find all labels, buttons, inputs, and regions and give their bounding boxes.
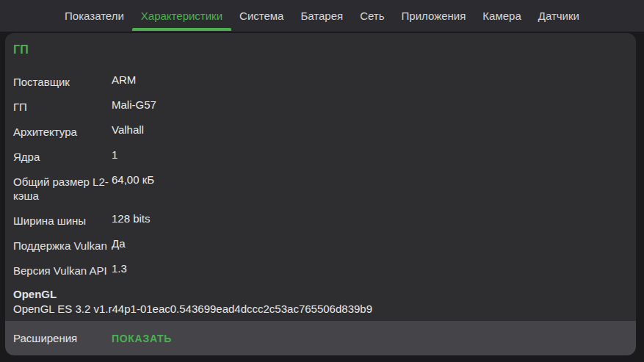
section-title-gpu: ГП [13, 43, 624, 57]
extensions-label: Расширения [13, 332, 112, 344]
spec-row-vulkan-api: Версия Vulkan API 1.3 [13, 258, 624, 283]
spec-value: Да [112, 236, 126, 250]
spec-row-vendor: Поставщик ARM [13, 69, 624, 94]
spec-row-architecture: Архитектура Valhall [13, 119, 624, 144]
tab-characteristics[interactable]: Характеристики [141, 0, 222, 32]
tab-sensors[interactable]: Датчики [538, 0, 579, 32]
spec-label: Ширина шины [13, 214, 112, 228]
spec-value: 64,00 кБ [112, 173, 154, 187]
spec-label: Поддержка Vulkan [13, 239, 112, 253]
app-window: Показатели Характеристики Система Батаре… [0, 0, 644, 362]
spec-row-opengl: OpenGL OpenGL ES 3.2 v1.r44p1-01eac0.543… [13, 287, 624, 316]
spec-value: Mali-G57 [112, 98, 156, 112]
spec-list: Поставщик ARM ГП Mali-G57 Архитектура Va… [13, 69, 624, 283]
tab-battery[interactable]: Батарея [300, 0, 343, 32]
extensions-row: Расширения ПОКАЗАТЬ [5, 321, 636, 355]
tab-apps[interactable]: Приложения [402, 0, 466, 32]
spec-label: Версия Vulkan API [13, 264, 112, 278]
tab-system[interactable]: Система [239, 0, 283, 32]
gpu-card: ГП Поставщик ARM ГП Mali-G57 Архитектура… [5, 33, 636, 355]
spec-value: 1.3 [112, 261, 127, 275]
spec-label: ГП [13, 100, 112, 114]
tab-bar: Показатели Характеристики Система Батаре… [0, 0, 644, 32]
spec-label: Архитектура [13, 125, 112, 139]
tab-camera[interactable]: Камера [482, 0, 521, 32]
spec-label: Поставщик [13, 75, 112, 89]
spec-value: 128 bits [112, 211, 151, 225]
spec-row-cores: Ядра 1 [13, 144, 624, 169]
opengl-version-string: OpenGL ES 3.2 v1.r44p1-01eac0.543699ead4… [13, 302, 624, 316]
spec-value: 1 [112, 148, 117, 162]
spec-row-vulkan-support: Поддержка Vulkan Да [13, 233, 624, 258]
opengl-label: OpenGL [13, 287, 624, 301]
spec-row-l2-cache: Общий размер L2-кэша 64,00 кБ [13, 169, 624, 208]
show-extensions-button[interactable]: ПОКАЗАТЬ [112, 327, 172, 350]
spec-label: Общий размер L2-кэша [13, 175, 112, 203]
spec-value: ARM [112, 73, 136, 87]
tab-network[interactable]: Сеть [360, 0, 384, 32]
spec-row-gpu: ГП Mali-G57 [13, 94, 624, 119]
tab-indicators[interactable]: Показатели [65, 0, 124, 32]
spec-value: Valhall [112, 123, 144, 137]
spec-label: Ядра [13, 150, 112, 164]
spec-row-bus-width: Ширина шины 128 bits [13, 208, 624, 233]
